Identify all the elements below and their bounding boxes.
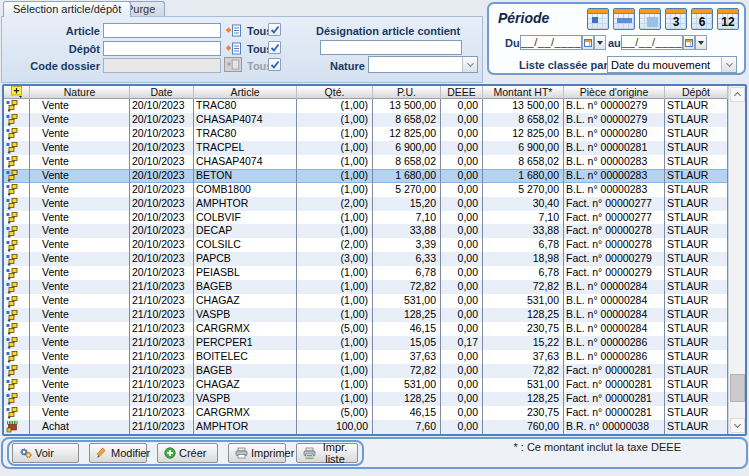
table-row[interactable]: Vente20/10/2023CHASAP4074(1,00)8 658,020… [4, 113, 745, 127]
cell-montant: 33,88 [483, 224, 564, 238]
scrollbar-thumb[interactable] [730, 374, 745, 402]
cell-qte: (1,00) [297, 155, 373, 169]
cell-depot: STLAUR [665, 406, 728, 420]
table-row[interactable]: Vente20/10/2023BETON(1,00)1 680,000,001 … [4, 169, 745, 183]
table-row[interactable]: Vente21/10/2023PERCPER1(1,00)15,050,1715… [4, 336, 745, 350]
au-date-input[interactable]: __/__/____ [621, 35, 683, 50]
table-row[interactable]: Vente20/10/2023PEIASBL(1,00)6,780,006,78… [4, 266, 745, 280]
table-row[interactable]: Vente21/10/2023CHAGAZ(1,00)531,000,00531… [4, 378, 745, 392]
du-calendar-button[interactable] [582, 35, 594, 50]
scroll-down-button[interactable] [730, 418, 745, 433]
cell-deee: 0,00 [441, 252, 483, 266]
scroll-up-button[interactable] [730, 87, 745, 102]
tous-article-checkbox[interactable] [268, 23, 281, 36]
column-header-piece[interactable]: Pièce d'origine [564, 86, 665, 99]
cell-date: 20/10/2023 [130, 113, 194, 127]
du-date-input[interactable]: __/__/____ [520, 35, 582, 50]
column-header-date[interactable]: Date [130, 86, 194, 99]
tous-dossier-checkbox[interactable] [268, 58, 281, 71]
column-header-deee[interactable]: DEEE [441, 86, 483, 99]
table-row[interactable]: Vente20/10/2023DECAP(1,00)33,880,0033,88… [4, 224, 745, 238]
du-label: Du [505, 37, 520, 49]
depot-list-picker-icon[interactable] [225, 42, 242, 55]
nature-select[interactable] [368, 56, 478, 73]
tab-selection-article-depot[interactable]: Sélection article/dépôt [3, 1, 131, 17]
sort-select[interactable]: Date du mouvement [607, 56, 737, 73]
sale-movement-icon [4, 127, 30, 141]
cell-montant: 5 270,00 [483, 183, 564, 197]
cell-depot: STLAUR [665, 127, 728, 141]
cell-piece: B.L. n° 00000284 [564, 322, 665, 336]
table-row[interactable]: Vente21/10/2023CHAGAZ(1,00)531,000,00531… [4, 294, 745, 308]
article-list-picker-icon[interactable] [225, 24, 242, 37]
cell-montant: 37,63 [483, 350, 564, 364]
table-row[interactable]: Vente21/10/2023BOITELEC(1,00)37,630,0037… [4, 350, 745, 364]
table-row[interactable]: Vente20/10/2023COMB1800(1,00)5 270,000,0… [4, 183, 745, 197]
column-header-montant[interactable]: Montant HT* [483, 86, 564, 99]
period-day-button[interactable] [587, 8, 609, 30]
period-month-button[interactable] [639, 8, 661, 30]
au-calendar-button[interactable] [683, 35, 695, 50]
cell-qte: (1,00) [297, 211, 373, 225]
table-row[interactable]: Vente20/10/2023TRAC80(1,00)13 500,000,00… [4, 99, 745, 113]
cell-deee: 0,00 [441, 183, 483, 197]
column-header-depot[interactable]: Dépôt [665, 86, 728, 99]
table-row[interactable]: Vente21/10/2023VASPB(1,00)128,250,00128,… [4, 392, 745, 406]
modifier-button[interactable]: Modifier [89, 443, 147, 463]
vertical-scrollbar[interactable] [728, 86, 745, 434]
chevron-down-icon[interactable] [721, 57, 736, 72]
table-row[interactable]: Vente21/10/2023VASPB(1,00)128,250,00128,… [4, 308, 745, 322]
tous-depot-checkbox[interactable] [268, 41, 281, 54]
table-row[interactable]: Vente21/10/2023BAGEB(1,00)72,820,0072,82… [4, 364, 745, 378]
period-week-button[interactable] [613, 8, 635, 30]
article-input[interactable] [103, 23, 221, 38]
cell-pu: 7,10 [373, 211, 441, 225]
table-row[interactable]: Vente20/10/2023PAPCB(3,00)6,330,0018,98F… [4, 252, 745, 266]
column-header-article[interactable]: Article [194, 86, 297, 99]
cell-deee: 0,00 [441, 141, 483, 155]
table-row[interactable]: Vente21/10/2023CARGRMX(5,00)46,150,00230… [4, 406, 745, 420]
table-row[interactable]: Vente21/10/2023CARGRMX(5,00)46,150,00230… [4, 322, 745, 336]
impr-liste-button[interactable]: Impr. liste [296, 443, 358, 463]
table-row[interactable]: Vente20/10/2023COLSILC(2,00)3,390,006,78… [4, 238, 745, 252]
creer-button[interactable]: Créer [157, 443, 218, 463]
chevron-down-icon[interactable] [462, 57, 477, 72]
depot-input[interactable] [103, 41, 221, 56]
table-row[interactable]: Vente20/10/2023COLBVIF(1,00)7,100,007,10… [4, 211, 745, 225]
voir-button[interactable]: Voir [12, 443, 79, 463]
period-3-months-button[interactable]: 3 [665, 8, 687, 30]
au-dropdown-button[interactable] [695, 35, 707, 50]
du-dropdown-button[interactable] [594, 35, 606, 50]
sale-movement-icon [4, 378, 30, 392]
cell-article: CHAGAZ [194, 294, 297, 308]
cell-montant: 6 900,00 [483, 141, 564, 155]
creer-button-label: Créer [179, 447, 207, 459]
impr-liste-button-label: Impr. liste [319, 441, 351, 465]
column-chooser-icon[interactable] [4, 86, 30, 99]
table-row[interactable]: Vente20/10/2023TRACPEL(1,00)6 900,000,00… [4, 141, 745, 155]
table-row[interactable]: Vente20/10/2023AMPHTOR(2,00)15,200,0030,… [4, 197, 745, 211]
table-header: NatureDateArticleQté.P.U.DEEEMontant HT*… [4, 86, 745, 99]
table-row[interactable]: Vente20/10/2023TRAC80(1,00)12 825,000,00… [4, 127, 745, 141]
column-header-nature[interactable]: Nature [30, 86, 130, 99]
cell-depot: STLAUR [665, 350, 728, 364]
table-row[interactable]: Achat21/10/2023AMPHTOR100,007,600,00760,… [4, 420, 745, 434]
cell-qte: (2,00) [297, 238, 373, 252]
cell-deee: 0,00 [441, 406, 483, 420]
column-header-qte[interactable]: Qté. [297, 86, 373, 99]
imprimer-button[interactable]: Imprimer [228, 443, 286, 463]
calendar-6-icon: 6 [692, 15, 712, 29]
period-12-months-button[interactable]: 12 [717, 8, 739, 30]
table-row[interactable]: Vente20/10/2023CHASAP4074(1,00)8 658,020… [4, 155, 745, 169]
cell-nature: Vente [30, 211, 130, 225]
table-row[interactable]: Vente21/10/2023BAGEB(1,00)72,820,0072,82… [4, 280, 745, 294]
calendar-icon [685, 39, 693, 47]
cell-deee: 0,00 [441, 169, 483, 183]
column-header-pu[interactable]: P.U. [373, 86, 441, 99]
cell-nature: Vente [30, 155, 130, 169]
period-6-months-button[interactable]: 6 [691, 8, 713, 30]
cell-qte: (1,00) [297, 364, 373, 378]
cell-deee: 0,00 [441, 127, 483, 141]
cell-nature: Vente [30, 99, 130, 113]
designation-input[interactable] [320, 40, 462, 55]
